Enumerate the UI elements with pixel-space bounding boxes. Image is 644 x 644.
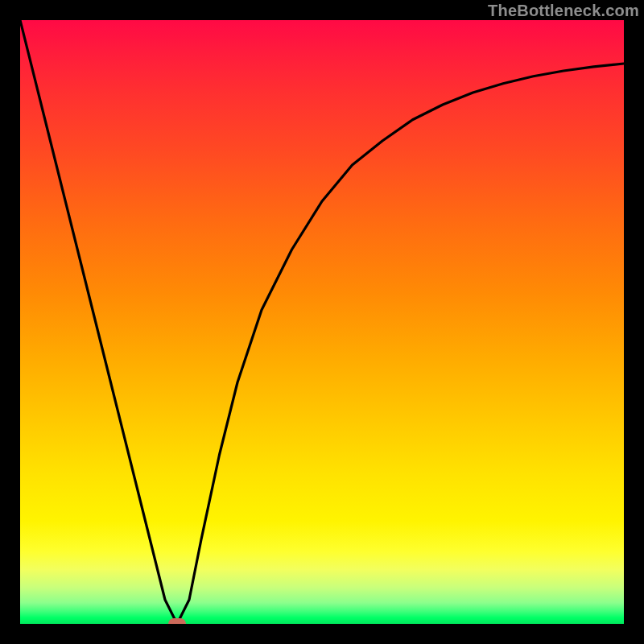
curve-path bbox=[20, 20, 624, 624]
chart-frame: TheBottleneck.com bbox=[0, 0, 644, 644]
plot-area bbox=[20, 20, 624, 624]
bottleneck-curve bbox=[20, 20, 624, 624]
watermark-text: TheBottleneck.com bbox=[488, 2, 639, 20]
optimum-marker bbox=[168, 618, 186, 624]
